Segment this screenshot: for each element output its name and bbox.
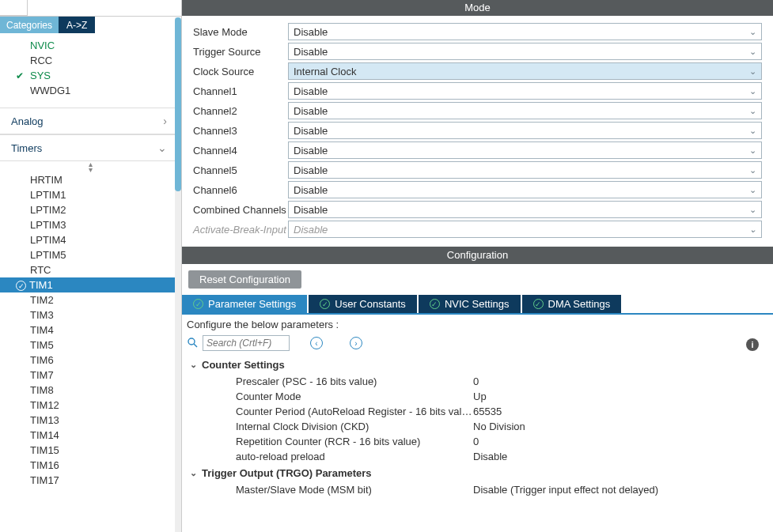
tree-item[interactable]: RCC: [0, 53, 181, 68]
tree-item[interactable]: TIM15: [0, 443, 181, 458]
peripheral-sidebar: Categories A->Z NVICRCC✔SYSWWDG1 Analog …: [0, 0, 182, 532]
tab-categories[interactable]: Categories: [0, 17, 59, 33]
sidebar-scrollthumb[interactable]: [175, 17, 181, 191]
mode-select-value: Disable: [294, 125, 328, 137]
tree-item[interactable]: LPTIM5: [0, 247, 181, 262]
param-value: Disable (Trigger input effect not delaye…: [473, 484, 765, 496]
chevron-down-icon: ⌄: [749, 126, 756, 136]
chevron-down-icon: ⌄: [749, 224, 756, 235]
category-timers[interactable]: Timers ⌄: [0, 134, 181, 161]
mode-select[interactable]: Disable⌄: [288, 43, 762, 60]
check-circle-icon: ✓: [320, 299, 330, 309]
main-panel: Mode Slave ModeDisable⌄Trigger SourceDis…: [182, 0, 773, 532]
tree-item[interactable]: TIM12: [0, 398, 181, 413]
tree-item-label: TIM17: [30, 474, 59, 486]
mode-select[interactable]: Disable⌄: [288, 102, 762, 119]
param-row[interactable]: Internal Clock Division (CKD)No Division: [185, 419, 765, 434]
param-row[interactable]: Counter Period (AutoReload Register - 16…: [185, 404, 765, 419]
info-icon[interactable]: i: [746, 338, 759, 351]
param-row[interactable]: Master/Slave Mode (MSM bit)Disable (Trig…: [185, 482, 765, 497]
tree-item[interactable]: TIM4: [0, 323, 181, 338]
peripheral-tree: NVICRCC✔SYSWWDG1 Analog › Timers ⌄ ▴▾ HR…: [0, 33, 181, 532]
search-input[interactable]: [203, 335, 290, 351]
mode-select[interactable]: Disable⌄: [288, 82, 762, 100]
tab-alphabetical[interactable]: A->Z: [59, 17, 95, 33]
param-row[interactable]: Repetition Counter (RCR - 16 bits value)…: [185, 434, 765, 449]
parameter-list: ⌄Counter SettingsPrescaler (PSC - 16 bit…: [185, 356, 765, 497]
tree-item[interactable]: TIM7: [0, 368, 181, 383]
tree-item[interactable]: WWDG1: [0, 83, 181, 98]
mode-select[interactable]: Internal Clock⌄: [288, 62, 762, 80]
tree-item[interactable]: LPTIM4: [0, 232, 181, 247]
tree-item-label: TIM8: [30, 384, 54, 396]
param-key: Internal Clock Division (CKD): [236, 421, 473, 432]
mode-select[interactable]: Disable⌄: [288, 141, 762, 159]
sort-icon[interactable]: ▴▾: [0, 161, 181, 172]
mode-select-value: Disable: [294, 224, 328, 236]
search-prev-button[interactable]: ‹: [310, 337, 323, 349]
mode-select[interactable]: Disable⌄: [288, 23, 762, 40]
tree-item[interactable]: TIM3: [0, 308, 181, 323]
mode-select-value: Disable: [294, 105, 328, 117]
tree-item[interactable]: ✔SYS: [0, 68, 181, 83]
mode-label: Clock Source: [193, 66, 288, 77]
tree-item[interactable]: TIM5: [0, 338, 181, 353]
tree-item-label: HRTIM: [30, 174, 63, 186]
tree-item[interactable]: LPTIM2: [0, 202, 181, 217]
tree-item-label: TIM14: [30, 429, 59, 441]
tree-item[interactable]: TIM6: [0, 353, 181, 368]
param-row[interactable]: auto-reload preloadDisable: [185, 449, 765, 464]
chevron-down-icon: ⌄: [190, 468, 197, 478]
config-tab[interactable]: ✓User Constants: [309, 295, 417, 313]
mode-label: Channel2: [193, 105, 288, 117]
tree-item[interactable]: HRTIM: [0, 172, 181, 187]
check-icon: ✔: [16, 70, 24, 81]
tree-item[interactable]: TIM17: [0, 473, 181, 488]
tree-item[interactable]: LPTIM1: [0, 187, 181, 202]
param-group-header[interactable]: ⌄Trigger Output (TRGO) Parameters: [185, 464, 765, 482]
tree-item[interactable]: TIM8: [0, 383, 181, 398]
config-tab[interactable]: ✓NVIC Settings: [419, 295, 521, 313]
search-next-button[interactable]: ›: [350, 337, 362, 349]
config-tab-label: NVIC Settings: [445, 298, 510, 310]
mode-row: Clock SourceInternal Clock⌄: [193, 62, 762, 80]
tree-item[interactable]: TIM14: [0, 428, 181, 443]
tree-item[interactable]: TIM13: [0, 413, 181, 428]
mode-row: Channel4Disable⌄: [193, 141, 762, 159]
config-tab[interactable]: ✓Parameter Settings: [182, 295, 307, 313]
sidebar-search-box[interactable]: [0, 0, 28, 16]
tree-item-label: RTC: [30, 264, 51, 276]
tree-item[interactable]: TIM2: [0, 292, 181, 308]
category-analog[interactable]: Analog ›: [0, 108, 181, 134]
tree-item-label: TIM1: [29, 279, 53, 291]
mode-row: Channel2Disable⌄: [193, 102, 762, 119]
mode-row: Activate-Break-InputDisable⌄: [193, 221, 762, 238]
tree-item[interactable]: NVIC: [0, 38, 181, 53]
mode-label: Channel1: [193, 85, 288, 97]
config-tab[interactable]: ✓DMA Settings: [522, 295, 622, 313]
chevron-down-icon: ⌄: [749, 106, 756, 116]
param-group-header[interactable]: ⌄Counter Settings: [185, 356, 765, 374]
reset-configuration-button[interactable]: Reset Configuration: [188, 270, 301, 289]
mode-label: Channel3: [193, 125, 288, 137]
tree-item[interactable]: RTC: [0, 262, 181, 277]
mode-select[interactable]: Disable⌄: [288, 122, 762, 139]
param-row[interactable]: Prescaler (PSC - 16 bits value)0: [185, 374, 765, 389]
param-row[interactable]: Counter ModeUp: [185, 389, 765, 404]
tree-item-label: TIM13: [30, 414, 59, 426]
tree-item[interactable]: LPTIM3: [0, 217, 181, 232]
tree-item[interactable]: ✓TIM1: [0, 277, 181, 292]
param-key: Counter Mode: [236, 391, 473, 402]
tree-item-label: TIM15: [30, 444, 59, 456]
mode-row: Slave ModeDisable⌄: [193, 23, 762, 40]
check-circle-icon: ✓: [430, 299, 440, 309]
tree-item[interactable]: TIM16: [0, 458, 181, 473]
sidebar-scrollbar[interactable]: [175, 17, 181, 532]
mode-select[interactable]: Disable⌄: [288, 201, 762, 218]
mode-select[interactable]: Disable⌄: [288, 181, 762, 198]
mode-select-value: Internal Clock: [294, 66, 356, 77]
mode-select-value: Disable: [294, 46, 328, 58]
tree-item-label: TIM5: [30, 339, 54, 351]
param-value: Up: [473, 391, 765, 402]
mode-select[interactable]: Disable⌄: [288, 161, 762, 179]
